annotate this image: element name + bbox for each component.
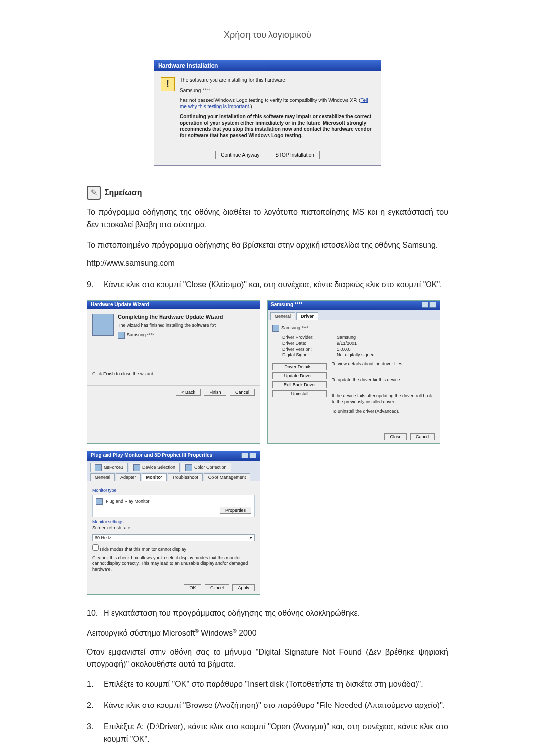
driver-details-button[interactable]: Driver Details... [272,363,327,370]
cancel-button[interactable]: Cancel [230,389,255,396]
nvidia-icon [185,464,192,471]
tab-driver[interactable]: Driver [296,312,318,320]
button-desc: To view details about the driver files. [332,361,435,374]
tab-monitor[interactable]: Monitor [142,473,167,481]
tab-color-correction[interactable]: Color Correction [181,463,231,472]
wizard-heading: Completing the Hardware Update Wizard [92,314,255,320]
tab-general[interactable]: General [90,473,115,481]
checkbox-help: Clearing this check box allows you to se… [92,555,255,573]
dialog-device: Samsung **** [180,88,374,94]
help-icon[interactable] [422,302,428,308]
device-name: Samsung **** [281,326,309,331]
device-icon [118,332,125,339]
wizard-text: The wizard has finished installing the s… [92,323,255,329]
button-desc: If the device fails after updating the d… [332,393,435,406]
monitor-properties-dialog: Plug and Play Monitor and 3D Prophet III… [87,451,260,594]
step-text: Κάντε κλικ στο κουμπί "Close (Κλείσιμο)"… [104,279,448,291]
rollback-driver-button[interactable]: Roll Back Driver [272,381,327,388]
continue-anyway-button[interactable]: Continue Anyway [215,151,265,159]
tab-troubleshoot[interactable]: Troubleshoot [168,473,203,481]
step-number: 3. [87,721,104,746]
step-text: Η εγκατάσταση του προγράμματος οδήγησης … [104,607,448,620]
monitor-icon [96,498,103,505]
finish-button[interactable]: Finish [204,389,226,396]
ok-button[interactable]: OK [184,584,201,591]
dialog-line: has not passed Windows Logo testing to v… [180,98,374,110]
checkbox-label: Hide modes that this monitor cannot disp… [100,547,187,552]
tab-adapter[interactable]: Adapter [116,473,141,481]
tab-device-selection[interactable]: Device Selection [129,463,180,472]
value: 1.0.0.0 [337,347,435,352]
dialog-line: The software you are installing for this… [180,77,374,84]
page-title: Χρήση του λογισμικού [87,30,448,40]
close-icon[interactable] [249,453,256,458]
label: Driver Date: [282,341,337,346]
driver-properties-dialog: Samsung **** General Driver Samsung ****… [267,300,440,444]
step-number: 2. [87,700,104,712]
tab-general[interactable]: General [270,312,295,320]
dialog-title: Samsung **** [271,302,302,309]
nvidia-icon [133,464,140,471]
refresh-rate-dropdown[interactable]: 60 Hertz ▾ [92,534,255,541]
hardware-update-wizard-dialog: Hardware Update Wizard Completing the Ha… [87,300,260,444]
wizard-icon [92,314,114,336]
button-desc: To update the driver for this device. [332,377,435,390]
step-text: Κάντε κλικ στο κουμπί "Browse (Αναζήτηση… [104,700,448,712]
step-number: 10. [87,607,104,620]
section-label: Monitor type [92,488,255,493]
note-paragraph: Το πρόγραμμα οδήγησης της οθόνης διαθέτε… [87,206,448,231]
uninstall-button[interactable]: Uninstall [272,390,327,397]
label: Driver Provider: [282,335,337,340]
label: Driver Version: [282,347,337,352]
tab-color-management[interactable]: Color Management [204,473,251,481]
hardware-installation-dialog: Hardware Installation The software you a… [154,60,381,166]
apply-button[interactable]: Apply [232,584,255,591]
chevron-down-icon: ▾ [250,535,252,540]
monitor-type-value: Plug and Play Monitor [106,499,150,504]
button-desc: To uninstall the driver (Advanced). [332,409,435,422]
note-paragraph: Το πιστοποιημένο πρόγραμμα οδήγησης θα β… [87,239,448,252]
dialog-warning-text: Continuing your installation of this sof… [180,114,374,139]
hide-modes-checkbox[interactable] [92,544,99,551]
wizard-text: Click Finish to close the wizard. [92,371,255,377]
cancel-button[interactable]: Cancel [205,584,229,591]
wizard-device: Samsung **** [127,332,154,337]
section-label: Monitor settings [92,519,255,524]
cancel-button[interactable]: Cancel [410,433,435,440]
value: Not digitally signed [337,353,435,357]
properties-button[interactable]: Properties [220,507,251,514]
device-icon [272,325,279,332]
intro-paragraph: Όταν εμφανιστεί στην οθόνη σας το μήνυμα… [87,646,448,671]
dialog-title: Hardware Installation [154,60,381,71]
nvidia-icon [95,464,102,471]
note-label: Σημείωση [105,188,142,197]
stop-installation-button[interactable]: STOP Installation [270,151,319,159]
label: Digital Signer: [282,353,337,357]
tab-geforce[interactable]: GeForce3 [90,463,128,472]
dialog-title: Hardware Update Wizard [91,302,149,307]
close-icon[interactable] [429,302,436,308]
step-text: Επιλέξτε A: (D:\Driver), κάντε κλικ στο … [104,721,448,746]
close-button[interactable]: Close [384,433,407,440]
dialog-title: Plug and Play Monitor and 3D Prophet III… [91,453,212,459]
warning-icon [161,77,175,91]
refresh-rate-label: Screen refresh rate: [92,525,255,531]
update-driver-button[interactable]: Update Driver... [272,372,327,379]
step-number: 9. [87,279,104,291]
back-button[interactable]: < Back [176,389,201,396]
help-icon[interactable] [241,453,248,458]
step-number: 1. [87,678,104,691]
step-text: Επιλέξτε το κουμπί "OK" στο παράθυρο "In… [104,678,448,691]
note-icon [87,186,101,200]
samsung-url: http://www.samsung.com [87,259,448,268]
value: Samsung [337,335,435,340]
value: 9/11/2001 [337,341,435,346]
os-heading: Λειτουργικό σύστημα Microsoft® Windows® … [87,628,448,638]
